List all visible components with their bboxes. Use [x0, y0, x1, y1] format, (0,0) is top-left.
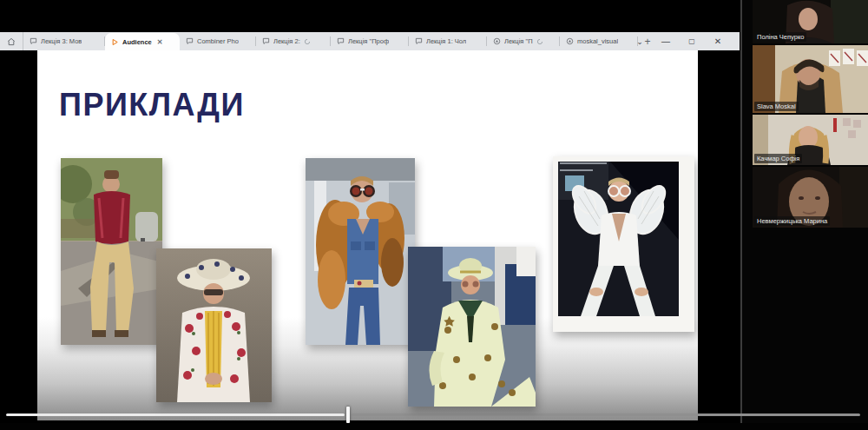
tab-label: Лекція 2: [273, 37, 300, 45]
participant-name: Качмар Софія [754, 154, 802, 163]
participant-name: Невмержицька Марина [754, 216, 830, 226]
slide-photo-white-feather-suit [553, 156, 694, 332]
tab-label: Лекція "П [504, 37, 533, 45]
play-icon [111, 38, 119, 46]
slide-title: ПРИКЛАДИ [59, 87, 245, 123]
chat-icon [186, 37, 194, 45]
slide-photo-street-red-jacket [61, 158, 162, 345]
slide-photo-denim-fur-coat [306, 158, 415, 345]
browser-window: Лекція 3: Мов Audience ✕ Combiner Pho Ле… [0, 0, 740, 430]
participant-name: Slava Moskal [754, 102, 799, 111]
maximize-button[interactable]: ▢ [679, 37, 705, 45]
browser-menu-button[interactable]: ⌄ [627, 37, 653, 46]
tab-label: Лекція 1: Чол [426, 37, 466, 45]
tab-audience[interactable]: Audience ✕ [105, 33, 180, 50]
minimize-button[interactable]: — [653, 36, 679, 46]
chat-icon [415, 37, 423, 45]
participant-video: Поліна Чепурко [753, 0, 868, 43]
slide-photo-chartreuse-suit-hat [408, 247, 536, 407]
tab-label: moskal_visual [577, 37, 618, 45]
drive-icon [566, 37, 574, 45]
participant-video: Качмар Софія [753, 115, 868, 165]
tab-lektsiia-prof[interactable]: Лекція "Проф [331, 32, 409, 50]
slide-photo-rose-suit-star-hat [156, 248, 272, 402]
loading-spinner-icon [304, 38, 311, 45]
window-controls: ⌄ — ▢ ✕ [627, 32, 740, 50]
tab-lektsiia-3[interactable]: Лекція 3: Мов [23, 32, 105, 50]
chat-icon [337, 37, 345, 45]
tab-close-icon[interactable]: ✕ [157, 38, 163, 46]
tab-lektsiia-2[interactable]: Лекція 2: [256, 32, 331, 50]
participant-video: Slava Moskal [753, 45, 868, 113]
home-icon [7, 37, 16, 46]
chat-icon [262, 37, 270, 45]
chat-icon [30, 37, 37, 45]
home-button[interactable] [0, 32, 23, 50]
tab-lektsiia-p[interactable]: Лекція "П [487, 32, 560, 50]
video-player-frame: Лекція 3: Мов Audience ✕ Combiner Pho Ле… [0, 0, 868, 430]
participants-sidebar: Поліна Чепурко Slava Moskal [740, 0, 868, 430]
drive-icon [493, 37, 501, 45]
tab-label: Лекція 3: Мов [41, 37, 82, 45]
participant-video: Невмержицька Марина [753, 167, 868, 228]
tab-label: Audience [122, 38, 152, 46]
tab-label: Combiner Pho [197, 37, 239, 45]
tab-combiner-photo[interactable]: Combiner Pho [180, 32, 256, 50]
tab-label: Лекція "Проф [348, 37, 389, 45]
presentation-slide: ПРИКЛАДИ [37, 50, 698, 420]
tab-lektsiia-1[interactable]: Лекція 1: Чол [409, 32, 487, 50]
player-bottom-bar [0, 423, 868, 430]
close-window-button[interactable]: ✕ [705, 36, 731, 46]
participant-name: Поліна Чепурко [754, 32, 806, 42]
loading-spinner-icon [536, 38, 543, 45]
